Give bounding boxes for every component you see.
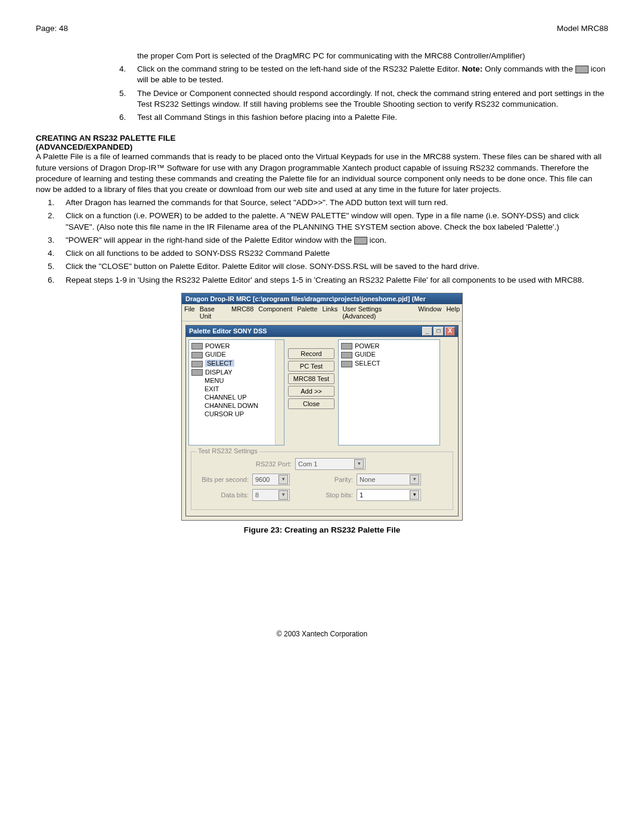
model-label: Model MRC88 xyxy=(557,24,608,33)
section-heading: CREATING AN RS232 PALETTE FILE xyxy=(36,134,608,143)
list-item: 5. Click the "CLOSE" button on Palette E… xyxy=(36,261,608,272)
menu-links[interactable]: Links xyxy=(322,305,338,320)
stopbits-combo[interactable]: 1▾ xyxy=(357,489,421,501)
rs232-icon xyxy=(191,343,203,349)
pc-test-button[interactable]: PC Test xyxy=(288,361,335,372)
rs232port-label: RS232 Port: xyxy=(196,460,292,468)
parity-label: Parity: xyxy=(317,476,353,483)
rs232-icon xyxy=(191,369,203,376)
bps-combo[interactable]: 9600▾ xyxy=(252,474,290,485)
palette-editor-window: Palette Editor SONY DSS _ □ X POWER GUID… xyxy=(185,325,459,516)
list-item: 3. "POWER" will appear in the right-hand… xyxy=(36,235,608,246)
chevron-down-icon: ▾ xyxy=(278,490,288,500)
menu-component[interactable]: Component xyxy=(258,305,292,320)
button-column: Record PC Test MRC88 Test Add >> Close xyxy=(288,339,335,445)
list-item: 6. Repeat steps 1-9 in 'Using the RS232 … xyxy=(36,275,608,286)
parity-combo[interactable]: None▾ xyxy=(357,474,421,485)
list-item: 5. The Device or Component connected sho… xyxy=(107,88,608,110)
list-item: 4. Click on the command string to be tes… xyxy=(107,64,608,85)
chevron-down-icon: ▾ xyxy=(354,459,364,469)
rs232port-combo[interactable]: Com 1▾ xyxy=(295,458,366,470)
rs232-icon xyxy=(575,66,589,73)
mrc88-test-button[interactable]: MRC88 Test xyxy=(288,373,335,384)
source-command-list[interactable]: POWER GUIDE SELECT DISPLAY MENU EXIT CHA… xyxy=(188,339,284,445)
rs232-icon xyxy=(341,352,352,358)
groupbox-legend: Test RS232 Settings xyxy=(196,447,259,454)
rs232-icon xyxy=(341,343,352,349)
close-button[interactable]: X xyxy=(445,327,455,336)
close-button[interactable]: Close xyxy=(288,398,335,409)
page-number: Page: 48 xyxy=(36,24,68,33)
page-footer: © 2003 Xantech Corporation xyxy=(36,630,608,638)
chevron-down-icon: ▾ xyxy=(410,490,419,500)
databits-combo[interactable]: 8▾ xyxy=(252,489,290,501)
menu-baseunit[interactable]: Base Unit xyxy=(200,305,227,320)
steps-list: 1. After Dragon has learned the commands… xyxy=(36,197,608,286)
chevron-down-icon: ▾ xyxy=(278,475,288,484)
menu-help[interactable]: Help xyxy=(446,305,460,320)
databits-label: Data bits: xyxy=(196,491,249,499)
palette-list[interactable]: POWER GUIDE SELECT xyxy=(338,339,440,445)
list-item: 6. Test all Command Stings in this fashi… xyxy=(107,112,608,123)
rs232-icon xyxy=(191,352,203,358)
dragon-window: Dragon Drop-IR MRC [c:\program files\dra… xyxy=(181,293,463,521)
chevron-down-icon: ▾ xyxy=(410,475,419,484)
rs232-icon xyxy=(191,361,203,367)
menu-file[interactable]: File xyxy=(184,305,195,320)
scrollbar[interactable] xyxy=(275,340,284,445)
top-list: the proper Com Port is selected of the D… xyxy=(36,51,608,123)
page-header: Page: 48 Model MRC88 xyxy=(36,24,608,33)
menu-usersettings[interactable]: User Settings (Advanced) xyxy=(342,305,413,320)
rs232-icon xyxy=(354,237,367,245)
section-subheading: (ADVANCED/EXPANDED) xyxy=(36,143,608,151)
paragraph: A Palette File is a file of learned comm… xyxy=(36,151,608,195)
maximize-button[interactable]: □ xyxy=(434,327,444,336)
stopbits-label: Stop bits: xyxy=(317,491,353,499)
list-item: 1. After Dragon has learned the commands… xyxy=(36,197,608,208)
window-titlebar[interactable]: Dragon Drop-IR MRC [c:\program files\dra… xyxy=(182,293,462,304)
palette-editor-title: Palette Editor SONY DSS xyxy=(189,327,267,335)
menu-mrc88[interactable]: MRC88 xyxy=(231,305,253,320)
minimize-button[interactable]: _ xyxy=(422,327,432,336)
rs232-icon xyxy=(341,361,352,367)
figure-caption: Figure 23: Creating an RS232 Palette Fil… xyxy=(36,525,608,534)
menu-window[interactable]: Window xyxy=(418,305,441,320)
list-item: the proper Com Port is selected of the D… xyxy=(107,51,608,61)
add-button[interactable]: Add >> xyxy=(288,386,335,397)
palette-editor-titlebar[interactable]: Palette Editor SONY DSS _ □ X xyxy=(186,326,458,337)
list-item: 4. Click on all functions to be added to… xyxy=(36,248,608,259)
menu-palette[interactable]: Palette xyxy=(297,305,317,320)
test-rs232-settings-group: Test RS232 Settings RS232 Port: Com 1▾ B… xyxy=(191,451,453,510)
bps-label: Bits per second: xyxy=(196,476,249,483)
list-item: 2. Click on a function (i.e. POWER) to b… xyxy=(36,211,608,232)
record-button[interactable]: Record xyxy=(288,348,335,359)
menubar: File Base Unit MRC88 Component Palette L… xyxy=(182,304,462,321)
